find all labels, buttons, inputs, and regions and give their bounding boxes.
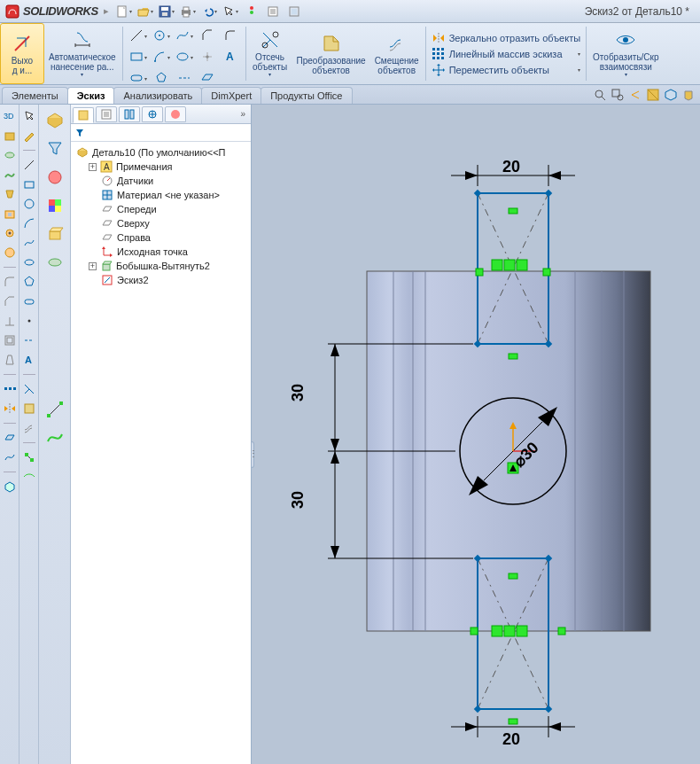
rectangle-icon[interactable]	[21, 176, 37, 192]
previous-view-icon[interactable]	[627, 87, 643, 103]
display-style-icon[interactable]	[681, 87, 696, 103]
fm-color-icon[interactable]	[43, 193, 67, 218]
tree-root[interactable]: Деталь10 (По умолчанию<<П	[73, 145, 249, 160]
tree-sensors[interactable]: Датчики	[73, 174, 249, 188]
circle-icon[interactable]	[21, 196, 37, 212]
tree-extrude-feature[interactable]: + Бобышка-Вытянуть2	[73, 259, 249, 273]
spline-icon[interactable]	[21, 235, 37, 251]
hole-wizard-icon[interactable]	[2, 225, 18, 241]
point-icon[interactable]	[21, 313, 37, 329]
fm-tab-property-manager[interactable]	[96, 106, 117, 122]
tree-sketch2[interactable]: Эскиз2	[73, 273, 249, 287]
fm-revolve-icon[interactable]	[43, 250, 67, 275]
fm-tab-display-manager[interactable]	[165, 106, 186, 122]
rebuild-traffic-light-button[interactable]	[242, 2, 261, 21]
mirror-entities-button[interactable]: Зеркально отразить объекты	[432, 31, 580, 45]
revolve-cut-icon[interactable]	[2, 245, 18, 261]
fm-tab-config-manager[interactable]	[119, 106, 140, 122]
zoom-area-icon[interactable]	[610, 87, 626, 103]
convert-icon[interactable]	[21, 401, 37, 417]
select-icon[interactable]	[21, 108, 37, 124]
sketch-icon[interactable]	[21, 128, 37, 144]
tree-annotations[interactable]: + A Примечания	[73, 160, 249, 174]
arc-icon[interactable]	[21, 215, 37, 231]
linear-pattern-button[interactable]: Линейный массив эскиза▾	[432, 47, 580, 61]
add-relation-icon[interactable]	[21, 449, 37, 465]
offset-icon[interactable]	[21, 420, 37, 436]
rib-icon[interactable]	[2, 313, 18, 329]
tab-features[interactable]: Элементы	[2, 87, 68, 104]
save-button[interactable]: ▾	[157, 2, 176, 21]
centerline-tool[interactable]	[174, 68, 195, 85]
fm-part-icon[interactable]	[43, 108, 67, 133]
display-relations-button[interactable]: Отобразить/Скр взаимосвязи▾	[588, 23, 663, 84]
instant3d-icon[interactable]	[2, 479, 18, 495]
view-orientation-icon[interactable]	[663, 87, 679, 103]
capture-button[interactable]	[284, 2, 304, 21]
mirror-feature-icon[interactable]	[2, 401, 18, 417]
display-relations-icon[interactable]	[21, 469, 37, 485]
tab-sketch[interactable]: Эскиз	[67, 87, 115, 104]
move-entities-button[interactable]: Переместить объекты▾	[432, 63, 580, 77]
reference-geometry-icon[interactable]	[2, 430, 18, 446]
fm-tab-design-tree[interactable]	[73, 107, 94, 123]
convert-entities-button[interactable]: Преобразование объектов	[292, 23, 370, 84]
fillet-tool[interactable]	[220, 26, 241, 45]
spline-tool[interactable]: ▾	[174, 26, 195, 45]
select-button[interactable]: ▾	[221, 2, 240, 21]
curves-icon[interactable]	[2, 449, 18, 465]
shell-icon[interactable]	[2, 332, 18, 348]
3d-icon[interactable]: 3D	[2, 108, 18, 124]
section-view-icon[interactable]	[645, 87, 661, 103]
trim-icon[interactable]	[21, 381, 37, 397]
filter-row[interactable]	[71, 124, 251, 142]
extrude-cut-icon[interactable]	[2, 206, 18, 222]
chamfer-feature-icon[interactable]	[2, 293, 18, 309]
loft-icon[interactable]	[2, 186, 18, 202]
draft-icon[interactable]	[2, 352, 18, 368]
offset-entities-button[interactable]: Смещение объектов	[370, 23, 424, 84]
polygon-icon[interactable]	[21, 274, 37, 290]
centerline-icon[interactable]	[21, 332, 37, 348]
tree-material[interactable]: Материал <не указан>	[73, 188, 249, 202]
open-button[interactable]: ▾	[136, 2, 155, 21]
arc-tool[interactable]: ▾	[151, 47, 172, 66]
exit-sketch-button[interactable]: Выхо д и...	[0, 23, 44, 84]
graphics-viewport[interactable]: 20 20 30	[252, 105, 700, 764]
trim-button[interactable]: Отсечь объекты▾	[248, 23, 292, 84]
fm-tab-dimxpert-manager[interactable]	[142, 106, 163, 122]
plane-tool[interactable]	[197, 68, 218, 85]
tree-origin[interactable]: Исходная точка	[73, 245, 249, 259]
circle-tool[interactable]: ▾	[151, 26, 172, 45]
fm-expand-icon[interactable]: »	[237, 109, 249, 119]
fm-filter-icon[interactable]	[43, 136, 67, 161]
tab-office[interactable]: Продукты Office	[261, 87, 352, 104]
fm-sketch-relation-icon[interactable]	[43, 397, 67, 422]
extrude-boss-icon[interactable]	[2, 128, 18, 144]
tree-front-plane[interactable]: Спереди	[73, 202, 249, 216]
chamfer-tool[interactable]	[197, 26, 218, 45]
line-icon[interactable]	[21, 157, 37, 173]
zoom-fit-icon[interactable]	[592, 87, 608, 103]
print-button[interactable]: ▾	[178, 2, 198, 21]
ellipse-icon[interactable]	[21, 254, 37, 270]
text-tool[interactable]: A	[220, 47, 241, 66]
fm-spline-icon[interactable]	[43, 425, 67, 450]
tree-top-plane[interactable]: Сверху	[73, 216, 249, 230]
slot-icon[interactable]	[21, 293, 37, 309]
polygon-tool[interactable]	[151, 68, 172, 85]
ellipse-tool[interactable]: ▾	[174, 47, 195, 66]
rectangle-tool[interactable]: ▾	[128, 47, 149, 66]
new-button[interactable]: ▾	[114, 2, 134, 21]
smart-dimension-button[interactable]: Автоматическое нанесение ра...▾	[44, 23, 121, 84]
swept-boss-icon[interactable]	[2, 167, 18, 183]
dim-top-20[interactable]: 20	[451, 158, 575, 186]
linear-pattern-feature-icon[interactable]	[2, 381, 18, 397]
slot-tool[interactable]: ▾	[128, 68, 149, 85]
fm-appearance-icon[interactable]	[43, 165, 67, 190]
line-tool[interactable]: ▾	[128, 26, 149, 45]
undo-button[interactable]: ▾	[199, 2, 219, 21]
fillet-feature-icon[interactable]	[2, 274, 18, 290]
revolve-icon[interactable]	[2, 147, 18, 163]
options-button[interactable]	[263, 2, 283, 21]
